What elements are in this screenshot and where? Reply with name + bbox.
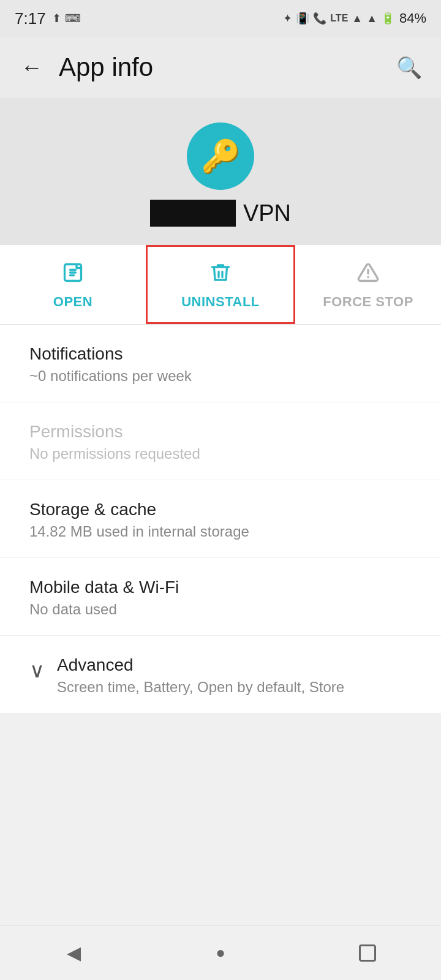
status-right: ✦ 📳 📞 LTE ▲ ▲ 🔋 84% (283, 10, 426, 26)
top-bar: ← App info 🔍 (0, 37, 441, 98)
app-header: 🔑 VPN (0, 98, 441, 245)
advanced-item[interactable]: ∨ Advanced Screen time, Battery, Open by… (0, 636, 441, 713)
app-name-row: VPN (150, 200, 291, 227)
nav-recents-icon (359, 944, 376, 962)
nav-recents-button[interactable] (343, 935, 392, 971)
notifications-title: Notifications (29, 344, 412, 364)
action-bar: OPEN UNINSTALL FORCE STOP (0, 245, 441, 325)
bluetooth-icon: ✦ (283, 12, 292, 25)
open-icon (62, 262, 84, 289)
uninstall-label: UNINSTALL (181, 294, 260, 310)
storage-item[interactable]: Storage & cache 14.82 MB used in interna… (0, 480, 441, 558)
search-button[interactable]: 🔍 (392, 50, 426, 85)
signal-icon2: ▲ (366, 12, 377, 25)
status-icons: ⬆ ⌨ (52, 12, 81, 25)
status-right-icons: ✦ 📳 📞 LTE ▲ ▲ 🔋 (283, 12, 394, 25)
info-list: Notifications ~0 notifications per week … (0, 325, 441, 713)
vpn-key-icon: 🔑 (201, 138, 241, 175)
upload-icon: ⬆ (52, 12, 61, 25)
lte-icon: LTE (330, 13, 348, 24)
page-title: App info (59, 53, 392, 82)
bottom-nav: ◀ ● (0, 925, 441, 980)
nav-home-button[interactable]: ● (196, 935, 245, 971)
storage-subtitle: 14.82 MB used in internal storage (29, 523, 412, 540)
signal-icon: ▲ (352, 12, 363, 25)
open-label: OPEN (53, 294, 92, 310)
open-button[interactable]: OPEN (0, 247, 146, 322)
permissions-item: Permissions No permissions requested (0, 402, 441, 480)
advanced-subtitle: Screen time, Battery, Open by default, S… (57, 679, 344, 696)
storage-title: Storage & cache (29, 500, 412, 519)
mobile-data-subtitle: No data used (29, 601, 412, 618)
mobile-data-title: Mobile data & Wi-Fi (29, 578, 412, 597)
permissions-title: Permissions (29, 422, 412, 442)
uninstall-icon (209, 262, 232, 289)
permissions-subtitle: No permissions requested (29, 445, 412, 462)
force-stop-button: FORCE STOP (295, 247, 441, 322)
app-name-text: VPN (243, 200, 291, 227)
nav-back-icon: ◀ (67, 942, 81, 963)
app-icon: 🔑 (187, 123, 254, 190)
notifications-item[interactable]: Notifications ~0 notifications per week (0, 325, 441, 402)
status-left: 7:17 ⬆ ⌨ (15, 9, 81, 28)
call-icon: 📞 (313, 12, 326, 25)
usb-icon: ⌨ (65, 12, 81, 25)
status-time: 7:17 (15, 9, 46, 28)
app-name-redacted (150, 200, 236, 227)
vibrate-icon: 📳 (296, 12, 309, 25)
battery-level: 84% (399, 10, 426, 26)
nav-back-button[interactable]: ◀ (49, 935, 98, 971)
back-button[interactable]: ← (15, 50, 49, 85)
advanced-title: Advanced (57, 655, 344, 675)
force-stop-label: FORCE STOP (323, 294, 413, 310)
advanced-content: Advanced Screen time, Battery, Open by d… (57, 655, 344, 696)
search-icon: 🔍 (396, 55, 422, 80)
chevron-down-icon: ∨ (29, 658, 45, 682)
back-arrow-icon: ← (21, 55, 43, 80)
uninstall-button[interactable]: UNINSTALL (146, 245, 295, 324)
mobile-data-item[interactable]: Mobile data & Wi-Fi No data used (0, 558, 441, 636)
force-stop-icon (357, 262, 379, 289)
nav-home-icon: ● (216, 943, 225, 962)
notifications-subtitle: ~0 notifications per week (29, 368, 412, 385)
status-bar: 7:17 ⬆ ⌨ ✦ 📳 📞 LTE ▲ ▲ 🔋 84% (0, 0, 441, 37)
battery-icon: 🔋 (381, 12, 394, 25)
